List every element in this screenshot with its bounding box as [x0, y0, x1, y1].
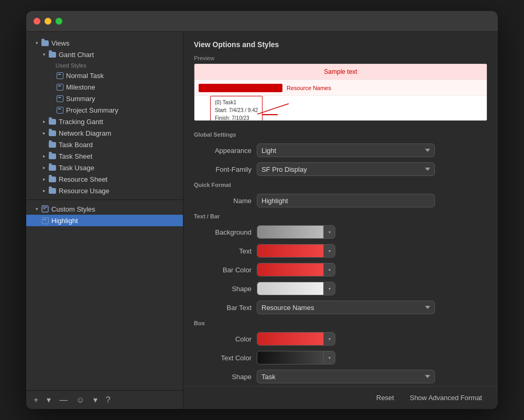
sidebar-item-resource-usage[interactable]: ▸ Resource Usage	[26, 185, 183, 196]
sidebar-item-custom-styles[interactable]: ▾ Custom Styles	[26, 203, 183, 215]
preview-row-3: (0) Task1 Start: 7/4/23 / 9:42 Finish: 7…	[194, 95, 487, 121]
task-icon	[56, 71, 64, 80]
sidebar-item-summary-label: Summary	[66, 95, 95, 103]
name-control	[257, 194, 435, 207]
sidebar-item-views[interactable]: ▾ Views	[26, 37, 183, 49]
bar-color-row: Bar Color ▾	[183, 260, 498, 279]
panel-title: View Options and Styles	[183, 32, 498, 55]
sidebar-item-gantt-chart[interactable]: ▾ Gantt Chart	[26, 49, 183, 60]
add-button[interactable]: +	[31, 395, 40, 405]
sidebar-item-network-diagram[interactable]: ▸ Network Diagram	[26, 127, 183, 139]
sidebar-toolbar: + ▾ — ☺ ▾ ?	[26, 390, 183, 409]
sidebar-item-custom-styles-label: Custom Styles	[51, 205, 95, 213]
box-color-picker-arrow[interactable]: ▾	[323, 333, 335, 345]
name-row: Name	[183, 191, 498, 210]
preview-row-2: Resource Names	[194, 80, 487, 95]
sidebar-divider	[26, 200, 183, 200]
svg-rect-1	[43, 207, 47, 208]
text-color-swatch-container[interactable]: ▾	[257, 244, 335, 258]
quick-format-label: Quick Format	[183, 179, 498, 191]
font-family-label: Font-Family	[194, 165, 252, 173]
box-color-label: Color	[194, 335, 252, 343]
preview-line-svg	[257, 98, 299, 121]
remove-button[interactable]: —	[57, 395, 70, 405]
preview-row-1: Sample text	[194, 64, 487, 80]
sidebar-item-project-summary-label: Project Summary	[66, 106, 118, 114]
main-panel: View Options and Styles Preview Sample t…	[183, 32, 498, 409]
app-window: ▾ Views ▾ Gantt Chart Used Styles	[26, 11, 498, 409]
box-text-color-picker-arrow[interactable]: ▾	[323, 351, 335, 364]
shape-picker-arrow[interactable]: ▾	[323, 282, 335, 295]
box-shape-control: Task Milestone Summary	[257, 370, 435, 383]
used-styles-label: Used Styles	[26, 60, 183, 70]
custom-styles-icon	[41, 205, 49, 213]
sidebar-item-network-diagram-label: Network Diagram	[59, 129, 111, 137]
sidebar-item-task-sheet-label: Task Sheet	[59, 152, 92, 160]
sidebar: ▾ Views ▾ Gantt Chart Used Styles	[26, 32, 183, 409]
show-advanced-format-button[interactable]: Show Advanced Format	[405, 392, 487, 404]
background-color-swatch-container[interactable]: ▾	[257, 225, 335, 239]
reset-button[interactable]: Reset	[371, 392, 399, 404]
bar-color-label: Bar Color	[194, 266, 252, 274]
box-shape-label: Shape	[194, 373, 252, 381]
sidebar-item-tracking-gantt[interactable]: ▸ Tracking Gantt	[26, 116, 183, 127]
appearance-select[interactable]: Light Dark Auto	[257, 143, 435, 157]
sidebar-item-milestone-label: Milestone	[66, 83, 95, 91]
box-text-color-control: ▾	[257, 351, 435, 364]
bar-color-picker-arrow[interactable]: ▾	[323, 263, 335, 276]
shape-swatch-container[interactable]: ▾	[257, 282, 335, 295]
preview-area: Sample text Resource Names (0) Task1 Sta…	[194, 63, 487, 121]
sidebar-item-tracking-gantt-label: Tracking Gantt	[59, 118, 103, 126]
sidebar-item-task-sheet[interactable]: ▸ Task Sheet	[26, 150, 183, 162]
text-row: Text ▾	[183, 241, 498, 260]
shape-row: Shape ▾	[183, 279, 498, 298]
box-shape-row: Shape Task Milestone Summary	[183, 367, 498, 386]
background-label: Background	[194, 228, 252, 236]
preview-label: Preview	[183, 55, 498, 63]
tree-section: ▾ Views ▾ Gantt Chart Used Styles	[26, 32, 183, 390]
network-diagram-icon	[48, 129, 57, 137]
bar-text-control: Resource Names Task Name None	[257, 301, 435, 314]
sidebar-item-normal-task-label: Normal Task	[66, 72, 104, 80]
emoji-button[interactable]: ☺	[74, 395, 86, 405]
box-label: Box	[183, 317, 498, 329]
sidebar-item-resource-usage-label: Resource Usage	[59, 187, 110, 195]
maximize-button[interactable]	[56, 18, 62, 25]
sidebar-item-normal-task[interactable]: Normal Task	[26, 70, 183, 81]
bar-color-control: ▾	[257, 263, 435, 277]
sidebar-item-highlight[interactable]: Highlight	[26, 215, 183, 226]
preview-task-label: (0) Task1	[215, 98, 258, 106]
help-button[interactable]: ?	[104, 395, 113, 405]
add-dropdown-button[interactable]: ▾	[45, 395, 53, 405]
sidebar-item-milestone[interactable]: Milestone	[26, 81, 183, 93]
text-bar-label: Text / Bar	[183, 210, 498, 223]
font-family-select[interactable]: SF Pro Display Helvetica Arial	[257, 162, 435, 176]
bar-text-select[interactable]: Resource Names Task Name None	[257, 301, 435, 314]
font-family-row: Font-Family SF Pro Display Helvetica Ari…	[183, 160, 498, 179]
box-color-row: Color ▾	[183, 329, 498, 348]
resource-sheet-icon	[48, 175, 57, 183]
task-sheet-icon	[48, 152, 57, 160]
background-color-picker-arrow[interactable]: ▾	[323, 226, 335, 238]
sidebar-item-summary[interactable]: Summary	[26, 93, 183, 104]
close-button[interactable]	[34, 18, 40, 25]
summary-icon	[56, 94, 64, 103]
background-control: ▾	[257, 225, 435, 239]
name-input[interactable]	[257, 194, 435, 207]
bar-color-swatch-container[interactable]: ▾	[257, 263, 335, 277]
box-color-swatch-container[interactable]: ▾	[257, 332, 335, 346]
sidebar-item-task-board[interactable]: ▸ Task Board	[26, 139, 183, 150]
box-color-control: ▾	[257, 332, 435, 346]
minimize-button[interactable]	[45, 18, 51, 25]
sidebar-item-project-summary[interactable]: Project Summary	[26, 104, 183, 116]
sidebar-item-task-usage[interactable]: ▸ Task Usage	[26, 162, 183, 173]
box-shape-select[interactable]: Task Milestone Summary	[257, 370, 435, 383]
preview-task-box: (0) Task1 Start: 7/4/23 / 9:42 Finish: 7…	[210, 96, 263, 121]
sidebar-item-resource-sheet[interactable]: ▸ Resource Sheet	[26, 173, 183, 185]
resource-usage-icon	[48, 186, 57, 195]
font-family-control: SF Pro Display Helvetica Arial	[257, 162, 435, 176]
box-text-color-swatch-container[interactable]: ▾	[257, 351, 335, 364]
emoji-dropdown-button[interactable]: ▾	[91, 395, 100, 405]
chevron-down-icon: ▾	[34, 40, 40, 46]
text-color-picker-arrow[interactable]: ▾	[323, 245, 335, 257]
